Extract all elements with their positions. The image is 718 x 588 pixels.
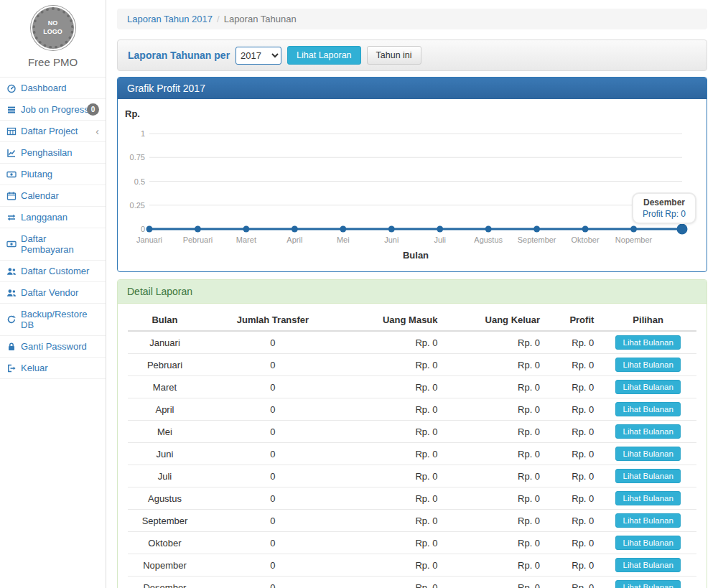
- chart-body: Rp.00.250.50.751JanuariPebruariMaretApri…: [118, 99, 707, 271]
- cell-uang-masuk: Rp. 0: [344, 421, 444, 443]
- tasks-icon: [6, 105, 17, 115]
- column-header-pilihan: Pilihan: [600, 309, 696, 331]
- no-logo-text: NO LOGO: [43, 19, 62, 36]
- view-monthly-button-nopember[interactable]: Lihat Bulanan: [615, 558, 680, 572]
- cell-uang-keluar: Rp. 0: [444, 465, 546, 487]
- page: NO LOGO Free PMO DashboardJob on Progres…: [0, 0, 718, 588]
- cell-jumlah-transfer: 0: [202, 554, 344, 577]
- detail-panel-body: BulanJumlah TransferUang MasukUang Kelua…: [118, 304, 707, 588]
- cell-bulan: September: [128, 510, 202, 532]
- table-row-mei: Mei0Rp. 0Rp. 0Rp. 0Lihat Bulanan: [128, 421, 696, 443]
- view-monthly-button-juni[interactable]: Lihat Bulanan: [615, 447, 680, 461]
- svg-text:Agustus: Agustus: [474, 235, 503, 244]
- cell-pilihan: Lihat Bulanan: [600, 354, 696, 376]
- cell-pilihan: Lihat Bulanan: [600, 510, 696, 532]
- view-monthly-button-pebruari[interactable]: Lihat Bulanan: [615, 358, 680, 372]
- sidebar-item-daftar-customer[interactable]: Daftar Customer: [0, 261, 106, 282]
- cell-bulan: Pebruari: [128, 354, 202, 376]
- svg-text:Nopember: Nopember: [615, 235, 653, 244]
- svg-text:1: 1: [141, 129, 145, 138]
- cell-jumlah-transfer: 0: [202, 331, 344, 354]
- sidebar-item-backup-restore-db[interactable]: Backup/Restore DB: [0, 304, 106, 336]
- cell-uang-masuk: Rp. 0: [344, 554, 444, 577]
- table-row-september: September0Rp. 0Rp. 0Rp. 0Lihat Bulanan: [128, 510, 696, 532]
- year-select[interactable]: 2017: [236, 47, 281, 65]
- detail-panel-title: Detail Laporan: [118, 280, 707, 304]
- table-row-maret: Maret0Rp. 0Rp. 0Rp. 0Lihat Bulanan: [128, 376, 696, 398]
- cell-bulan: Maret: [128, 376, 202, 398]
- monthly-report-table: BulanJumlah TransferUang MasukUang Kelua…: [128, 309, 696, 588]
- view-monthly-button-desember[interactable]: Lihat Bulanan: [615, 580, 680, 588]
- column-header-uang-keluar: Uang Keluar: [444, 309, 546, 331]
- view-monthly-button-september[interactable]: Lihat Bulanan: [615, 513, 680, 528]
- cell-bulan: Mei: [128, 421, 202, 443]
- view-monthly-button-agustus[interactable]: Lihat Bulanan: [615, 491, 680, 505]
- cell-pilihan: Lihat Bulanan: [600, 376, 696, 398]
- sidebar-item-penghasilan[interactable]: Penghasilan: [0, 142, 106, 164]
- view-monthly-button-januari[interactable]: Lihat Bulanan: [615, 335, 680, 350]
- sidebar-item-label: Ganti Password: [21, 341, 87, 352]
- cell-profit: Rp. 0: [546, 577, 600, 588]
- dashboard-icon: [6, 83, 17, 93]
- cell-uang-keluar: Rp. 0: [444, 577, 546, 588]
- table-row-nopember: Nopember0Rp. 0Rp. 0Rp. 0Lihat Bulanan: [128, 554, 696, 577]
- cell-pilihan: Lihat Bulanan: [600, 554, 696, 577]
- svg-text:Maret: Maret: [236, 235, 256, 244]
- svg-text:Januari: Januari: [136, 235, 162, 244]
- sidebar-item-dashboard[interactable]: Dashboard: [0, 78, 106, 99]
- table-row-juli: Juli0Rp. 0Rp. 0Rp. 0Lihat Bulanan: [128, 465, 696, 487]
- chart-tooltip: Desember Profit Rp: 0: [632, 192, 696, 224]
- sidebar-item-daftar-pembayaran[interactable]: Daftar Pembayaran: [0, 228, 106, 261]
- main-content: Laporan Tahun 2017/Laporan Tahunan Lapor…: [106, 0, 718, 588]
- sidebar-item-calendar[interactable]: Calendar: [0, 185, 106, 207]
- cell-uang-keluar: Rp. 0: [444, 487, 546, 510]
- cell-bulan: Agustus: [128, 487, 202, 510]
- cell-pilihan: Lihat Bulanan: [600, 532, 696, 554]
- table-row-januari: Januari0Rp. 0Rp. 0Rp. 0Lihat Bulanan: [128, 331, 696, 354]
- view-monthly-button-maret[interactable]: Lihat Bulanan: [615, 380, 680, 394]
- cell-uang-masuk: Rp. 0: [344, 577, 444, 588]
- lock-icon: [6, 342, 17, 352]
- cell-jumlah-transfer: 0: [202, 398, 344, 421]
- sidebar-item-piutang[interactable]: Piutang: [0, 164, 106, 185]
- cell-profit: Rp. 0: [546, 532, 600, 554]
- profit-line-chart: Rp.00.250.50.751JanuariPebruariMaretApri…: [118, 99, 707, 271]
- sidebar-item-daftar-vendor[interactable]: Daftar Vendor: [0, 282, 106, 304]
- sidebar-menu: DashboardJob on Progress0Daftar Project‹…: [0, 78, 106, 379]
- cell-pilihan: Lihat Bulanan: [600, 398, 696, 421]
- chevron-left-icon: ‹: [95, 126, 99, 136]
- breadcrumb-link-laporan-tahun[interactable]: Laporan Tahun 2017: [127, 14, 213, 24]
- svg-text:Juni: Juni: [384, 235, 398, 244]
- current-year-button[interactable]: Tahun ini: [367, 46, 421, 65]
- users-icon: [6, 288, 17, 298]
- svg-text:September: September: [518, 235, 556, 244]
- cell-uang-masuk: Rp. 0: [344, 443, 444, 465]
- sidebar-item-job-on-progress[interactable]: Job on Progress0: [0, 99, 106, 121]
- sidebar-item-label: Penghasilan: [21, 147, 73, 158]
- sidebar-item-keluar[interactable]: Keluar: [0, 358, 106, 379]
- sidebar-item-daftar-project[interactable]: Daftar Project‹: [0, 121, 106, 142]
- sidebar-item-langganan[interactable]: Langganan: [0, 207, 106, 228]
- brand-name: Free PMO: [0, 56, 106, 68]
- cell-uang-keluar: Rp. 0: [444, 398, 546, 421]
- cell-profit: Rp. 0: [546, 376, 600, 398]
- sidebar-item-ganti-password[interactable]: Ganti Password: [0, 336, 106, 358]
- sidebar-item-label: Keluar: [21, 363, 48, 373]
- report-filter-bar: Laporan Tahunan per 2017 Lihat Laporan T…: [117, 39, 707, 71]
- profit-chart-panel: Grafik Profit 2017 Rp.00.250.50.751Janua…: [117, 77, 707, 272]
- view-monthly-button-april[interactable]: Lihat Bulanan: [615, 402, 680, 416]
- cell-jumlah-transfer: 0: [202, 443, 344, 465]
- view-monthly-button-juli[interactable]: Lihat Bulanan: [615, 469, 680, 483]
- svg-text:Oktober: Oktober: [572, 235, 600, 244]
- tooltip-month: Desember: [643, 197, 686, 207]
- view-monthly-button-mei[interactable]: Lihat Bulanan: [615, 424, 680, 439]
- view-monthly-button-oktober[interactable]: Lihat Bulanan: [615, 536, 680, 550]
- svg-text:0.5: 0.5: [134, 177, 145, 186]
- sidebar-item-label: Dashboard: [21, 83, 67, 93]
- cell-pilihan: Lihat Bulanan: [600, 421, 696, 443]
- cell-pilihan: Lihat Bulanan: [600, 465, 696, 487]
- table-icon: [6, 126, 17, 136]
- calendar-icon: [6, 191, 17, 201]
- view-report-button[interactable]: Lihat Laporan: [287, 46, 360, 65]
- cell-jumlah-transfer: 0: [202, 376, 344, 398]
